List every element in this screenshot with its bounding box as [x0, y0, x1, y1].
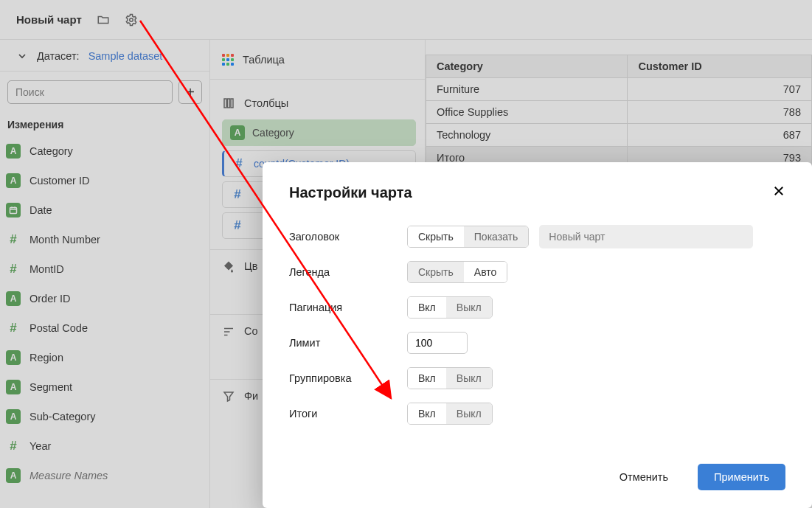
- label-pagination: Пагинация: [289, 302, 407, 313]
- cancel-button[interactable]: Отменить: [603, 464, 684, 490]
- opt-totals-off[interactable]: Выкл: [446, 403, 492, 424]
- label-totals: Итоги: [289, 408, 407, 420]
- row-legend: Легенда Скрыть Авто: [289, 254, 785, 290]
- opt-header-show[interactable]: Показать: [464, 226, 529, 247]
- apply-button[interactable]: Применить: [698, 464, 785, 490]
- title-input[interactable]: [539, 225, 753, 248]
- opt-legend-auto[interactable]: Авто: [464, 262, 507, 282]
- opt-grouping-on[interactable]: Вкл: [408, 368, 446, 389]
- opt-totals-on[interactable]: Вкл: [408, 403, 446, 424]
- seg-header: Скрыть Показать: [407, 226, 529, 248]
- seg-legend: Скрыть Авто: [407, 261, 507, 283]
- row-grouping: Группировка Вкл Выкл: [289, 361, 785, 396]
- row-header: Заголовок Скрыть Показать: [289, 219, 785, 254]
- label-legend: Легенда: [289, 266, 407, 278]
- opt-pagination-off[interactable]: Выкл: [446, 297, 492, 318]
- opt-pagination-on[interactable]: Вкл: [408, 297, 446, 318]
- opt-header-hide[interactable]: Скрыть: [408, 226, 464, 247]
- row-limit: Лимит: [289, 325, 785, 361]
- label-limit: Лимит: [289, 337, 407, 349]
- opt-legend-hide[interactable]: Скрыть: [408, 262, 464, 282]
- seg-totals: Вкл Выкл: [407, 403, 493, 425]
- dialog-title: Настройки чарта: [289, 184, 412, 201]
- close-icon[interactable]: [772, 184, 785, 201]
- limit-input[interactable]: [407, 332, 468, 354]
- row-totals: Итоги Вкл Выкл: [289, 396, 785, 431]
- label-grouping: Группировка: [289, 372, 407, 384]
- chart-settings-dialog: Настройки чарта Заголовок Скрыть Показат…: [263, 162, 812, 508]
- seg-pagination: Вкл Выкл: [407, 296, 493, 319]
- row-pagination: Пагинация Вкл Выкл: [289, 290, 785, 325]
- seg-grouping: Вкл Выкл: [407, 367, 493, 389]
- label-title: Заголовок: [289, 231, 407, 243]
- opt-grouping-off[interactable]: Выкл: [446, 368, 492, 389]
